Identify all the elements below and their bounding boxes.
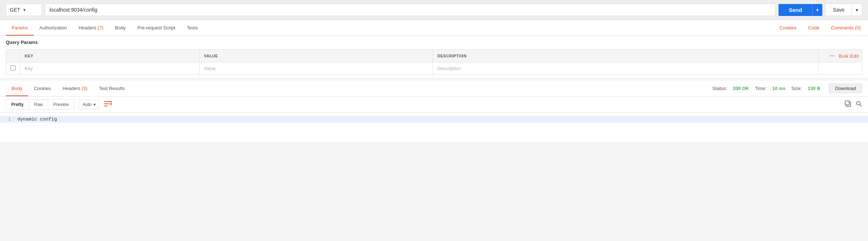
tab-params[interactable]: Params (6, 20, 34, 36)
description-cell[interactable]: Description (433, 62, 819, 75)
value-cell[interactable]: Value (199, 62, 433, 75)
tab-response-cookies[interactable]: Cookies (28, 81, 57, 96)
section-title: Query Params (6, 40, 862, 45)
response-bar: Body Cookies Headers (3) Test Results St… (0, 78, 868, 97)
status-label: Status: (712, 86, 727, 91)
key-cell[interactable]: Key (20, 62, 200, 75)
save-button[interactable]: Save (826, 4, 852, 16)
request-tabs-right: Cookies Code Comments (0) (775, 20, 862, 36)
svg-rect-4 (845, 101, 849, 105)
tab-pre-request[interactable]: Pre-request Script (132, 20, 181, 36)
row-checkbox[interactable] (11, 65, 16, 70)
search-icon[interactable] (856, 101, 862, 109)
copy-icon[interactable] (845, 101, 851, 109)
top-bar: GET ▾ Send ▾ Save ▾ (0, 0, 868, 20)
line-number: 1 (0, 117, 14, 122)
time-value: 10 ms (772, 86, 786, 91)
method-chevron: ▾ (23, 7, 26, 13)
url-input[interactable] (45, 4, 776, 16)
cookies-link[interactable]: Cookies (778, 20, 798, 36)
line-code: dynamic config (14, 117, 60, 122)
method-selector[interactable]: GET ▾ (6, 4, 42, 16)
tab-test-results[interactable]: Test Results (93, 81, 130, 96)
tab-body-request[interactable]: Body (109, 20, 132, 36)
code-line: 1 dynamic config (0, 116, 868, 123)
send-dropdown[interactable]: ▾ (812, 4, 822, 16)
svg-rect-1 (104, 103, 110, 104)
headers-badge: (7) (97, 25, 103, 30)
status-value: 200 OK (733, 86, 749, 91)
response-toolbar-right (845, 101, 862, 109)
size-label: Size: (792, 86, 802, 91)
col-description: DESCRIPTION (433, 50, 819, 62)
svg-rect-0 (104, 101, 112, 102)
col-key: KEY (20, 50, 200, 62)
query-params-section: Query Params (0, 36, 868, 49)
tab-authorization[interactable]: Authorization (34, 20, 73, 36)
send-button[interactable]: Send (779, 4, 812, 16)
format-tab-raw[interactable]: Raw (29, 100, 48, 109)
svg-line-6 (860, 105, 862, 106)
auto-label: Auto (83, 102, 92, 107)
format-tabs: Pretty Raw Preview (6, 99, 74, 110)
table-dots-icon[interactable]: ··· (830, 53, 835, 59)
code-area: 1 dynamic config (0, 113, 868, 142)
auto-select[interactable]: Auto ▾ (79, 100, 100, 109)
tab-response-headers[interactable]: Headers (3) (57, 81, 93, 96)
time-label: Time: (755, 86, 767, 91)
save-dropdown[interactable]: ▾ (852, 4, 862, 16)
tab-tests[interactable]: Tests (181, 20, 204, 36)
send-button-group: Send ▾ (779, 4, 822, 16)
format-tab-pretty[interactable]: Pretty (6, 100, 29, 109)
format-tab-preview[interactable]: Preview (48, 100, 74, 109)
tab-headers[interactable]: Headers (7) (73, 20, 109, 36)
response-tabs-left: Body Cookies Headers (3) Test Results (6, 81, 712, 96)
code-link[interactable]: Code (807, 20, 821, 36)
bulk-edit-button[interactable]: Bulk Edit (839, 53, 859, 59)
request-tabs: Params Authorization Headers (7) Body Pr… (0, 20, 868, 36)
download-button[interactable]: Download (829, 83, 862, 93)
request-tabs-left: Params Authorization Headers (7) Body Pr… (6, 20, 775, 36)
response-toolbar: Pretty Raw Preview Auto ▾ (0, 97, 868, 113)
wrap-icon[interactable] (104, 101, 112, 109)
col-actions: ··· Bulk Edit (819, 50, 862, 62)
method-label: GET (10, 7, 20, 13)
svg-rect-2 (104, 106, 108, 106)
comments-link[interactable]: Comments (0) (830, 20, 862, 36)
actions-cell (819, 62, 862, 75)
table-row: Key Value Description (6, 62, 862, 75)
row-checkbox-cell (6, 62, 20, 75)
col-checkbox (6, 50, 20, 62)
tab-response-body[interactable]: Body (6, 81, 28, 96)
auto-chevron: ▾ (93, 102, 96, 107)
params-table-container: KEY VALUE DESCRIPTION ··· Bulk Edit (0, 49, 868, 78)
params-table: KEY VALUE DESCRIPTION ··· Bulk Edit (6, 49, 862, 75)
save-button-group: Save ▾ (825, 4, 862, 16)
col-value: VALUE (199, 50, 433, 62)
size-value: 130 B (808, 86, 820, 91)
status-area: Status: 200 OK Time: 10 ms Size: 130 B D… (712, 83, 862, 93)
response-headers-badge: (3) (82, 86, 87, 91)
